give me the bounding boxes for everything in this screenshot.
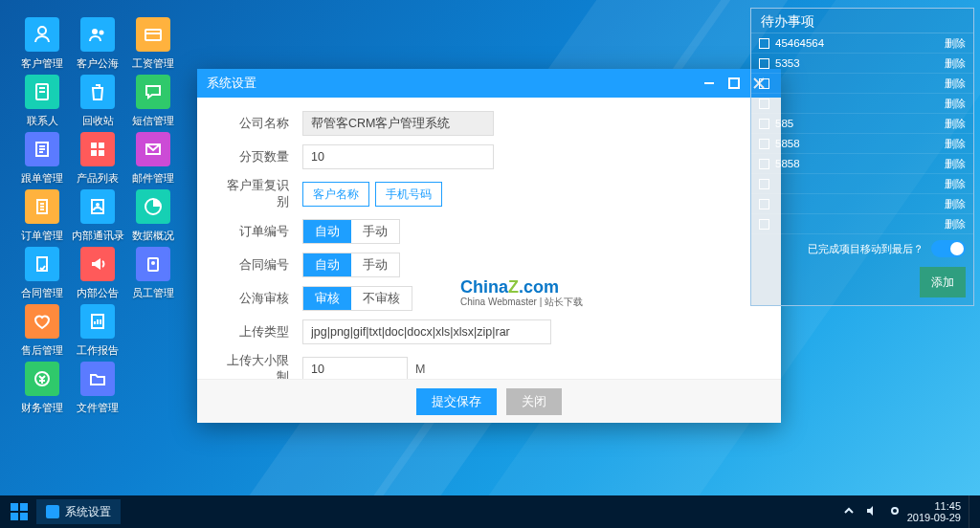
- pie-icon: [136, 189, 170, 224]
- contractnum-auto[interactable]: 自动: [303, 253, 351, 276]
- todo-delete[interactable]: 删除: [945, 97, 966, 111]
- minimize-button[interactable]: [697, 69, 722, 98]
- tray-sound-icon[interactable]: [865, 504, 879, 519]
- ordernum-manual[interactable]: 手动: [351, 220, 399, 243]
- tray-expand-icon[interactable]: [842, 504, 856, 519]
- todo-checkbox[interactable]: [759, 38, 769, 49]
- app-icon-trash[interactable]: 回收站: [71, 75, 124, 128]
- app-icon-folder[interactable]: 文件管理: [71, 362, 124, 415]
- svg-rect-3: [145, 33, 161, 34]
- taskbar-clock[interactable]: 11:45 2019-09-29: [907, 500, 961, 523]
- company-input[interactable]: [302, 111, 494, 136]
- todo-delete[interactable]: 删除: [945, 157, 966, 171]
- system-tray: [842, 504, 902, 519]
- page-size-input[interactable]: [302, 144, 494, 169]
- start-button[interactable]: [6, 498, 33, 525]
- app-icon-label: 工资管理: [132, 56, 174, 71]
- app-icon-label: 邮件管理: [132, 171, 174, 186]
- todo-item[interactable]: 删除: [751, 174, 973, 194]
- app-icon-label: 跟单管理: [21, 171, 63, 186]
- svg-point-17: [151, 261, 155, 265]
- paper-icon: [25, 247, 59, 281]
- todo-item[interactable]: 删除: [751, 194, 973, 214]
- app-icon-users[interactable]: 客户公海: [71, 17, 124, 71]
- app-icon-pie[interactable]: 数据概况: [126, 189, 180, 243]
- svg-point-13: [96, 203, 100, 207]
- todo-checkbox[interactable]: [759, 139, 769, 149]
- label-seaaudit: 公海审核: [216, 291, 302, 307]
- app-icon-mail[interactable]: 邮件管理: [126, 132, 180, 186]
- todo-checkbox[interactable]: [759, 179, 769, 189]
- users-icon: [80, 17, 115, 52]
- todo-checkbox[interactable]: [759, 199, 769, 209]
- todo-checkbox[interactable]: [759, 78, 769, 89]
- todo-checkbox[interactable]: [759, 99, 769, 109]
- todo-delete[interactable]: 删除: [945, 137, 966, 151]
- label-ordernum: 订单编号: [216, 224, 302, 240]
- app-icon-label: 文件管理: [77, 401, 119, 415]
- app-icon-horn[interactable]: 内部公告: [71, 247, 124, 300]
- app-icon-contacts[interactable]: 内部通讯录: [71, 189, 124, 243]
- app-icon-label: 联系人: [27, 114, 58, 128]
- todo-item[interactable]: 删除: [751, 94, 973, 114]
- todo-item[interactable]: 删除: [751, 74, 973, 94]
- todo-delete[interactable]: 删除: [945, 56, 966, 71]
- todo-toggle[interactable]: [931, 240, 966, 257]
- label-upsize: 上传大小限制: [216, 353, 302, 379]
- upload-types-input[interactable]: [302, 319, 551, 344]
- app-icon-book[interactable]: 联系人: [15, 75, 69, 128]
- app-icon-badge[interactable]: 员工管理: [126, 247, 180, 300]
- app-icon-note[interactable]: 跟单管理: [15, 132, 69, 186]
- seaaudit-no[interactable]: 不审核: [351, 287, 412, 310]
- show-desktop-button[interactable]: [969, 495, 974, 528]
- system-settings-dialog: 系统设置 公司名称 分页数量 客户重复识别 客户名称 手机号码 订单编号 自动 …: [197, 69, 781, 423]
- todo-item[interactable]: 45464564删除: [751, 33, 973, 54]
- todo-item[interactable]: 5858删除: [751, 134, 973, 154]
- todo-checkbox[interactable]: [759, 58, 769, 69]
- app-icon-heart[interactable]: 售后管理: [15, 304, 69, 358]
- app-icon-label: 合同管理: [21, 286, 63, 300]
- app-icon-paper[interactable]: 合同管理: [15, 247, 69, 300]
- close-dialog-button[interactable]: 关闭: [506, 388, 562, 415]
- todo-delete[interactable]: 删除: [945, 197, 966, 211]
- todo-delete[interactable]: 删除: [945, 77, 966, 91]
- app-icon-label: 客户公海: [77, 56, 119, 71]
- app-icon-card[interactable]: 工资管理: [126, 17, 180, 71]
- upload-size-input[interactable]: [302, 357, 408, 379]
- todo-panel: 待办事项 45464564删除5353删除删除删除585删除5858删除5858…: [750, 8, 974, 306]
- todo-checkbox[interactable]: [759, 219, 769, 230]
- todo-delete[interactable]: 删除: [945, 177, 966, 191]
- contractnum-manual[interactable]: 手动: [351, 253, 399, 276]
- app-icon-label: 订单管理: [21, 229, 63, 243]
- svg-rect-9: [99, 150, 104, 156]
- submit-button[interactable]: 提交保存: [416, 388, 497, 415]
- todo-add-button[interactable]: 添加: [920, 267, 966, 297]
- dialog-titlebar[interactable]: 系统设置: [197, 69, 781, 98]
- todo-checkbox[interactable]: [759, 119, 769, 129]
- dup-chip-phone[interactable]: 手机号码: [375, 182, 442, 207]
- app-icon-doc[interactable]: 订单管理: [15, 189, 69, 243]
- seaaudit-yes[interactable]: 审核: [303, 287, 351, 310]
- ordernum-auto[interactable]: 自动: [303, 220, 351, 243]
- todo-text: 5858: [775, 138, 945, 149]
- app-icon-chat[interactable]: 短信管理: [126, 75, 180, 128]
- label-contractnum: 合同编号: [216, 257, 302, 274]
- todo-delete[interactable]: 删除: [945, 117, 966, 131]
- todo-item[interactable]: 删除: [751, 214, 973, 234]
- card-icon: [136, 17, 170, 52]
- app-icon-user[interactable]: 客户管理: [15, 17, 69, 71]
- todo-item[interactable]: 5353删除: [751, 54, 973, 74]
- app-icon-money[interactable]: 财务管理: [15, 362, 69, 415]
- app-icon-grid[interactable]: 产品列表: [71, 132, 124, 186]
- app-icon-report[interactable]: 工作报告: [71, 304, 124, 358]
- todo-item[interactable]: 585删除: [751, 114, 973, 134]
- todo-checkbox[interactable]: [759, 159, 769, 169]
- todo-delete[interactable]: 删除: [945, 36, 966, 51]
- tray-settings-icon[interactable]: [888, 504, 902, 519]
- taskbar-item-active[interactable]: 系统设置: [36, 499, 121, 524]
- label-company: 公司名称: [216, 116, 302, 132]
- todo-delete[interactable]: 删除: [945, 217, 966, 231]
- maximize-button[interactable]: [722, 69, 746, 98]
- todo-item[interactable]: 5858删除: [751, 154, 973, 174]
- dup-chip-name[interactable]: 客户名称: [302, 182, 369, 207]
